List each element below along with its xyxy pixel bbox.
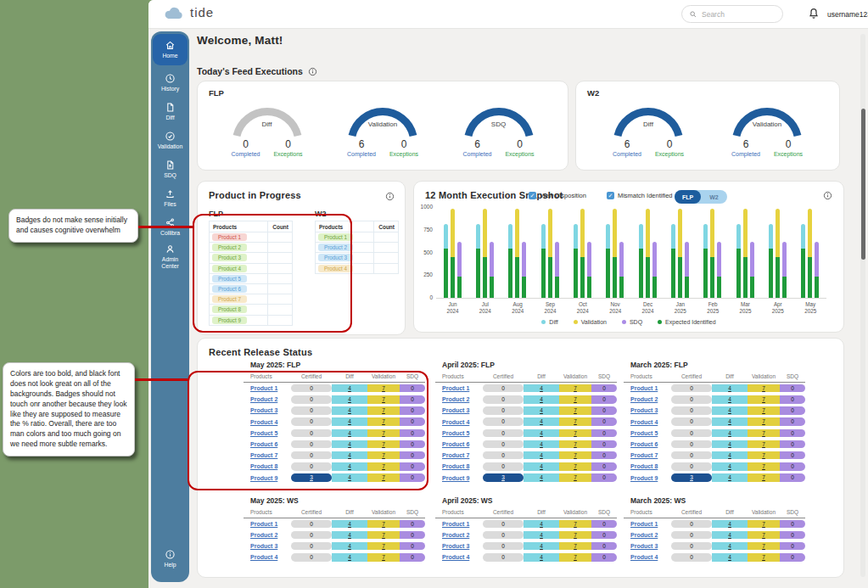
product-link[interactable]: Product 5 bbox=[624, 430, 668, 436]
validation-count-link[interactable]: 7 bbox=[762, 441, 765, 447]
validation-count-link[interactable]: 7 bbox=[762, 452, 765, 458]
product-link[interactable]: Product 3 bbox=[624, 543, 668, 549]
diff-count-link[interactable]: 4 bbox=[728, 407, 731, 413]
validation-count-link[interactable]: 7 bbox=[382, 543, 385, 549]
validation-count-link[interactable]: 7 bbox=[762, 407, 765, 413]
username-label[interactable]: username12345 bbox=[827, 10, 868, 19]
diff-count-link[interactable]: 4 bbox=[728, 521, 731, 527]
validation-count-link[interactable]: 7 bbox=[574, 407, 577, 413]
product-link[interactable]: Product 7 bbox=[435, 452, 479, 458]
info-icon[interactable] bbox=[308, 67, 317, 76]
toggle-option-w2[interactable]: W2 bbox=[701, 190, 727, 204]
diff-count-link[interactable]: 4 bbox=[540, 385, 543, 391]
diff-count-link[interactable]: 4 bbox=[540, 543, 543, 549]
checkbox-icon[interactable]: ✓ bbox=[529, 192, 536, 199]
product-link[interactable]: Product 8 bbox=[624, 463, 668, 469]
product-link[interactable]: Product 7 bbox=[624, 452, 668, 458]
checkbox-mismatch-identified[interactable]: ✓Mismatch Identified bbox=[607, 192, 673, 199]
sidebar-item-validation[interactable]: Validation bbox=[153, 126, 188, 154]
validation-count-link[interactable]: 7 bbox=[574, 385, 577, 391]
validation-count-link[interactable]: 7 bbox=[574, 543, 577, 549]
diff-count-link[interactable]: 4 bbox=[540, 418, 543, 424]
info-icon[interactable] bbox=[823, 191, 832, 200]
product-link[interactable]: Product 4 bbox=[624, 419, 668, 425]
diff-count-link[interactable]: 4 bbox=[728, 554, 731, 560]
diff-count-link[interactable]: 4 bbox=[728, 474, 731, 480]
validation-count-link[interactable]: 7 bbox=[762, 396, 765, 402]
diff-count-link[interactable]: 4 bbox=[540, 452, 543, 458]
validation-count-link[interactable]: 7 bbox=[762, 430, 765, 436]
sidebar-item-sdq[interactable]: SDQ bbox=[153, 155, 188, 183]
product-link[interactable]: Product 8 bbox=[435, 463, 479, 469]
product-link[interactable]: Product 2 bbox=[624, 532, 668, 538]
product-link[interactable]: Product 3 bbox=[435, 407, 479, 413]
product-link[interactable]: Product 4 bbox=[244, 554, 288, 560]
sidebar-item-history[interactable]: History bbox=[153, 69, 188, 97]
product-link[interactable]: Product 2 bbox=[624, 396, 668, 402]
validation-count-link[interactable]: 7 bbox=[574, 554, 577, 560]
diff-count-link[interactable]: 4 bbox=[728, 543, 731, 549]
product-link[interactable]: Product 4 bbox=[435, 419, 479, 425]
sidebar-item-diff[interactable]: Diff bbox=[153, 98, 188, 126]
validation-count-link[interactable]: 7 bbox=[762, 554, 765, 560]
validation-count-link[interactable]: 7 bbox=[574, 452, 577, 458]
product-link[interactable]: Product 9 bbox=[435, 475, 479, 481]
product-link[interactable]: Product 6 bbox=[435, 441, 479, 447]
validation-count-link[interactable]: 7 bbox=[574, 441, 577, 447]
checkbox-icon[interactable]: ✓ bbox=[607, 192, 614, 199]
diff-count-link[interactable]: 4 bbox=[728, 385, 731, 391]
product-link[interactable]: Product 4 bbox=[435, 554, 479, 560]
product-link[interactable]: Product 5 bbox=[435, 430, 479, 436]
product-link[interactable]: Product 1 bbox=[435, 385, 479, 391]
diff-count-link[interactable]: 4 bbox=[728, 430, 731, 436]
diff-count-link[interactable]: 4 bbox=[348, 521, 351, 527]
validation-count-link[interactable]: 7 bbox=[762, 521, 765, 527]
certified-count-link[interactable]: 3 bbox=[501, 474, 505, 480]
search-box[interactable] bbox=[681, 5, 783, 23]
validation-count-link[interactable]: 7 bbox=[762, 532, 765, 538]
sidebar-item-help[interactable]: Help bbox=[153, 545, 188, 573]
validation-count-link[interactable]: 7 bbox=[574, 396, 577, 402]
sidebar-item-home[interactable]: Home bbox=[153, 34, 188, 65]
validation-count-link[interactable]: 7 bbox=[574, 521, 577, 527]
diff-count-link[interactable]: 4 bbox=[348, 532, 351, 538]
validation-count-link[interactable]: 7 bbox=[574, 463, 577, 469]
diff-count-link[interactable]: 4 bbox=[540, 521, 543, 527]
diff-count-link[interactable]: 4 bbox=[540, 396, 543, 402]
diff-count-link[interactable]: 4 bbox=[348, 554, 351, 560]
diff-count-link[interactable]: 4 bbox=[728, 452, 731, 458]
validation-count-link[interactable]: 7 bbox=[382, 532, 385, 538]
validation-count-link[interactable]: 7 bbox=[382, 554, 385, 560]
validation-count-link[interactable]: 7 bbox=[762, 385, 765, 391]
diff-count-link[interactable]: 4 bbox=[540, 430, 543, 436]
product-link[interactable]: Product 2 bbox=[435, 532, 479, 538]
diff-count-link[interactable]: 4 bbox=[540, 441, 543, 447]
validation-count-link[interactable]: 7 bbox=[762, 543, 765, 549]
diff-count-link[interactable]: 4 bbox=[540, 474, 543, 480]
scrollbar-thumb[interactable] bbox=[861, 109, 865, 260]
product-link[interactable]: Product 3 bbox=[435, 543, 479, 549]
diff-count-link[interactable]: 4 bbox=[348, 543, 351, 549]
product-link[interactable]: Product 1 bbox=[624, 385, 668, 391]
diff-count-link[interactable]: 4 bbox=[728, 418, 731, 424]
product-link[interactable]: Product 6 bbox=[624, 441, 668, 447]
product-link[interactable]: Product 3 bbox=[244, 543, 288, 549]
diff-count-link[interactable]: 4 bbox=[540, 554, 543, 560]
diff-count-link[interactable]: 4 bbox=[728, 532, 731, 538]
diff-count-link[interactable]: 4 bbox=[728, 441, 731, 447]
toggle-option-flp[interactable]: FLP bbox=[675, 190, 701, 204]
diff-count-link[interactable]: 4 bbox=[728, 396, 731, 402]
validation-count-link[interactable]: 7 bbox=[574, 418, 577, 424]
sidebar-item-files[interactable]: Files bbox=[153, 184, 188, 212]
product-link[interactable]: Product 9 bbox=[624, 475, 668, 481]
product-link[interactable]: Product 1 bbox=[624, 521, 668, 527]
product-link[interactable]: Product 2 bbox=[244, 532, 288, 538]
info-icon[interactable] bbox=[385, 192, 395, 201]
validation-count-link[interactable]: 7 bbox=[574, 430, 577, 436]
certified-count-link[interactable]: 3 bbox=[690, 474, 693, 480]
checkbox-view-disposition[interactable]: ✓View Disposition bbox=[529, 192, 586, 199]
product-link[interactable]: Product 1 bbox=[435, 521, 479, 527]
product-link[interactable]: Product 3 bbox=[624, 407, 668, 413]
diff-count-link[interactable]: 4 bbox=[540, 407, 543, 413]
diff-count-link[interactable]: 4 bbox=[540, 532, 543, 538]
